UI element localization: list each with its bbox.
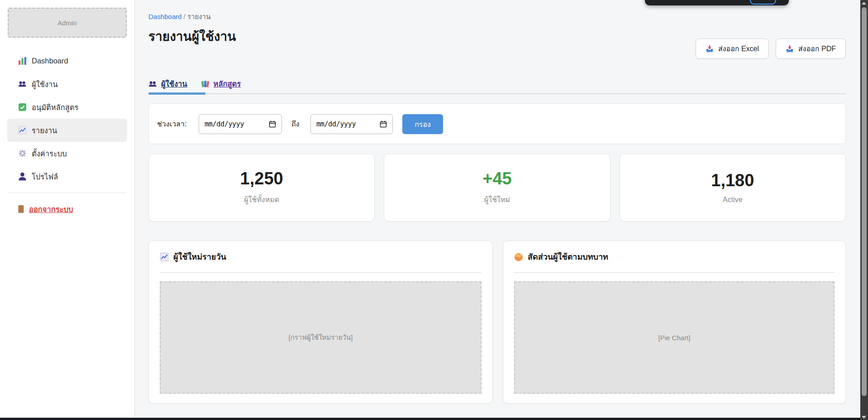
date-from-input[interactable]: mm/dd/yyyy xyxy=(199,114,282,134)
browser-toast xyxy=(645,0,789,5)
tab-courses[interactable]: หลักสูตร xyxy=(201,78,241,90)
stat-label: ผู้ใช้ใหม่ xyxy=(484,194,510,205)
sidebar-item-profile[interactable]: โปรไฟล์ xyxy=(0,165,134,188)
sidebar-divider xyxy=(8,193,126,193)
calendar-icon[interactable] xyxy=(380,121,387,128)
toast-focused-button[interactable] xyxy=(750,0,776,5)
breadcrumb-separator: / xyxy=(184,13,187,20)
logout-label: ออกจากระบบ xyxy=(29,203,73,215)
tab-users-label: ผู้ใช้งาน xyxy=(161,78,187,90)
sidebar-item-dashboard[interactable]: Dashboard xyxy=(0,49,134,72)
sidebar-item-course-approval[interactable]: อนุมัติหลักสูตร xyxy=(0,96,134,119)
line-chart-placeholder: [กราฟผู้ใช้ใหม่รายวัน] xyxy=(160,281,482,394)
stat-value: 1,180 xyxy=(711,172,754,189)
brand-label: Admin xyxy=(57,19,77,27)
stat-label: ผู้ใช้ทั้งหมด xyxy=(244,194,279,205)
stat-value: +45 xyxy=(482,170,511,187)
stat-label: Active xyxy=(723,196,743,204)
window-bottom-edge xyxy=(0,418,868,420)
line-chart-icon xyxy=(160,252,169,261)
users-icon xyxy=(18,80,27,88)
users-icon xyxy=(148,80,157,88)
export-excel-label: ส่งออก Excel xyxy=(718,43,759,54)
download-tray-icon xyxy=(786,45,794,53)
date-to-input[interactable]: mm/dd/yyyy xyxy=(310,114,393,134)
chart-header: ผู้ใช้ใหม่รายวัน xyxy=(160,241,482,273)
chart-title: สัดส่วนผู้ใช้ตามบทบาท xyxy=(528,250,608,263)
sidebar-item-label: ตั้งค่าระบบ xyxy=(32,148,67,159)
scroll-down-arrow-icon[interactable] xyxy=(862,416,866,419)
scrollbar-thumb[interactable] xyxy=(862,7,867,396)
breadcrumb-home-link[interactable]: Dashboard xyxy=(148,13,181,20)
sidebar-item-users[interactable]: ผู้ใช้งาน xyxy=(0,72,134,96)
filter-submit-button[interactable]: กรอง xyxy=(402,114,443,134)
placeholder-text: [Pie Chart] xyxy=(658,334,691,342)
books-icon xyxy=(201,80,210,88)
sidebar-item-label: Dashboard xyxy=(32,57,68,65)
line-chart-icon xyxy=(18,126,27,135)
date-range-label: ช่วงเวลา: xyxy=(157,104,186,144)
placeholder-text: [กราฟผู้ใช้ใหม่รายวัน] xyxy=(289,332,353,343)
date-filter-card: ช่วงเวลา: mm/dd/yyyy ถึง mm/dd/yyyy กรอง xyxy=(148,103,846,144)
sidebar-item-label: อนุมัติหลักสูตร xyxy=(32,101,78,113)
chart-card-users-by-role: สัดส่วนผู้ใช้ตามบทบาท [Pie Chart] xyxy=(503,241,846,404)
sidebar-item-settings[interactable]: ตั้งค่าระบบ xyxy=(0,142,134,165)
tab-bar-border xyxy=(148,93,846,94)
stat-card-total-users: 1,250 ผู้ใช้ทั้งหมด xyxy=(148,154,375,222)
tab-active-indicator xyxy=(148,92,205,95)
sidebar-nav: Dashboard ผู้ใช้งาน อนุมัติหลักสูตร รายง… xyxy=(0,49,134,188)
sidebar-item-label: ผู้ใช้งาน xyxy=(32,78,58,90)
sidebar-item-reports[interactable]: รายงาน xyxy=(7,119,127,142)
brand-placeholder: Admin xyxy=(8,8,127,38)
tab-bar: ผู้ใช้งาน หลักสูตร xyxy=(148,78,241,90)
breadcrumb: Dashboard / รายงาน xyxy=(148,11,210,22)
export-excel-button[interactable]: ส่งออก Excel xyxy=(696,39,769,59)
stats-row: 1,250 ผู้ใช้ทั้งหมด +45 ผู้ใช้ใหม่ 1,180… xyxy=(148,154,846,222)
chart-header: สัดส่วนผู้ใช้ตามบทบาท xyxy=(514,241,835,273)
check-icon xyxy=(18,103,27,111)
tab-users[interactable]: ผู้ใช้งาน xyxy=(148,78,187,90)
sidebar-item-label: โปรไฟล์ xyxy=(32,171,58,183)
bar-chart-icon xyxy=(18,57,27,65)
download-tray-icon xyxy=(706,45,714,53)
pie-chart-placeholder: [Pie Chart] xyxy=(514,281,835,394)
export-pdf-label: ส่งออก PDF xyxy=(798,43,836,54)
breadcrumb-current: รายงาน xyxy=(187,13,210,20)
sidebar: Admin Dashboard ผู้ใช้งาน อนุมัติหลักสูต… xyxy=(0,0,135,420)
scroll-up-arrow-icon[interactable] xyxy=(862,2,866,5)
export-pdf-button[interactable]: ส่งออก PDF xyxy=(776,39,846,59)
date-to-label: ถึง xyxy=(291,104,300,144)
main-content: Dashboard / รายงาน รายงานผู้ใช้งาน ส่งออ… xyxy=(135,0,860,420)
export-buttons: ส่งออก Excel ส่งออก PDF xyxy=(696,39,846,59)
door-icon xyxy=(18,205,24,213)
calendar-icon[interactable] xyxy=(269,121,276,128)
gear-icon xyxy=(18,149,27,158)
tab-courses-label: หลักสูตร xyxy=(214,78,241,90)
date-from-value: mm/dd/yyyy xyxy=(205,120,244,128)
chart-title: ผู้ใช้ใหม่รายวัน xyxy=(173,250,226,263)
date-to-value: mm/dd/yyyy xyxy=(316,120,356,128)
charts-row: ผู้ใช้ใหม่รายวัน [กราฟผู้ใช้ใหม่รายวัน] … xyxy=(148,241,846,404)
person-icon xyxy=(18,172,27,181)
chart-card-daily-new-users: ผู้ใช้ใหม่รายวัน [กราฟผู้ใช้ใหม่รายวัน] xyxy=(148,241,493,404)
stat-card-active-users: 1,180 Active xyxy=(620,154,846,222)
logout-link[interactable]: ออกจากระบบ xyxy=(0,198,134,221)
page-title: รายงานผู้ใช้งาน xyxy=(148,26,236,46)
sidebar-item-label: รายงาน xyxy=(32,125,57,136)
pie-icon xyxy=(514,252,523,261)
stat-card-new-users: +45 ผู้ใช้ใหม่ xyxy=(384,154,610,222)
stat-value: 1,250 xyxy=(240,170,283,187)
vertical-scrollbar[interactable] xyxy=(860,0,868,420)
